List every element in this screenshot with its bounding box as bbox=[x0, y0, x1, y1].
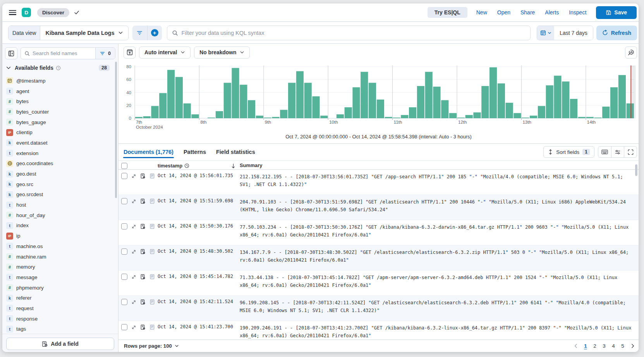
histogram-chart[interactable]: 0204060807thOctober 20248th9th10th11th12… bbox=[118, 62, 638, 134]
summary-column-header[interactable]: Summary bbox=[240, 162, 262, 168]
field-item-clientip[interactable]: IPclientip bbox=[2, 127, 118, 138]
row-checkbox[interactable] bbox=[121, 198, 127, 204]
timestamp-column-header[interactable]: timestamp bbox=[158, 163, 189, 169]
field-item-hour_of_day[interactable]: #hour_of_day bbox=[2, 210, 118, 221]
view-doc-icon[interactable] bbox=[149, 274, 155, 280]
kql-search-bar[interactable]: Filter your data using KQL syntax bbox=[167, 26, 531, 40]
row-checkbox[interactable] bbox=[121, 223, 127, 229]
view-doc-icon[interactable] bbox=[149, 299, 155, 305]
field-item-bytes_gauge[interactable]: #bytes_gauge bbox=[2, 117, 118, 128]
tab-patterns[interactable]: Patterns bbox=[180, 145, 210, 159]
calendar-button[interactable] bbox=[537, 26, 554, 40]
degraded-doc-icon[interactable] bbox=[140, 198, 146, 204]
saved-query-filter-icon[interactable] bbox=[132, 26, 147, 40]
field-item-geo.src[interactable]: kgeo.src bbox=[2, 179, 118, 190]
add-field-button[interactable]: Add a field bbox=[6, 338, 114, 350]
sidebar-scrollbar[interactable] bbox=[115, 62, 117, 198]
add-filter-button[interactable]: + bbox=[147, 26, 162, 40]
page-5-button[interactable]: 5 bbox=[618, 341, 627, 351]
field-item-geo.srcdest[interactable]: kgeo.srcdest bbox=[2, 190, 118, 200]
save-button[interactable]: Save bbox=[596, 6, 637, 19]
view-doc-icon[interactable] bbox=[149, 173, 155, 179]
chevron-down-icon[interactable] bbox=[6, 65, 11, 71]
page-2-button[interactable]: 2 bbox=[591, 341, 599, 351]
field-item-referer[interactable]: kreferer bbox=[2, 293, 118, 303]
page-3-button[interactable]: 3 bbox=[600, 341, 608, 351]
next-page-button[interactable] bbox=[628, 341, 637, 351]
field-item-host[interactable]: thost bbox=[2, 200, 118, 210]
page-1-button[interactable]: 1 bbox=[581, 341, 590, 351]
field-search[interactable]: Search field names 0 bbox=[21, 47, 115, 59]
degraded-doc-icon[interactable] bbox=[140, 324, 146, 330]
expand-row-icon[interactable] bbox=[131, 324, 137, 330]
nav-link-alerts[interactable]: Alerts bbox=[545, 9, 559, 16]
field-filter-button[interactable]: 0 bbox=[95, 48, 115, 59]
view-doc-icon[interactable] bbox=[149, 198, 155, 204]
sort-fields-button[interactable]: Sort fields 1 bbox=[543, 146, 594, 158]
tab-documents[interactable]: Documents (1,776) bbox=[120, 145, 177, 159]
field-item-index[interactable]: tindex bbox=[2, 221, 118, 231]
degraded-doc-icon[interactable] bbox=[140, 299, 146, 305]
field-item-agent[interactable]: tagent bbox=[2, 86, 118, 97]
field-item-memory[interactable]: #memory bbox=[2, 262, 118, 272]
degraded-doc-icon[interactable] bbox=[140, 173, 146, 179]
field-item-response[interactable]: tresponse bbox=[2, 314, 118, 324]
collapse-sidebar-button[interactable] bbox=[5, 47, 17, 59]
nav-link-new[interactable]: New bbox=[476, 9, 487, 16]
refresh-button[interactable]: Refresh bbox=[596, 26, 637, 40]
tab-field-statistics[interactable]: Field statistics bbox=[213, 145, 259, 159]
breakdown-select[interactable]: No breakdown bbox=[194, 47, 250, 59]
field-item-message[interactable]: tmessage bbox=[2, 272, 118, 283]
page-4-button[interactable]: 4 bbox=[609, 341, 618, 351]
field-item-request[interactable]: trequest bbox=[2, 303, 118, 314]
row-checkbox[interactable] bbox=[121, 248, 127, 255]
menu-icon[interactable] bbox=[9, 10, 16, 15]
display-options-button[interactable] bbox=[611, 147, 624, 157]
row-checkbox[interactable] bbox=[121, 274, 127, 280]
field-item-geo.dest[interactable]: kgeo.dest bbox=[2, 169, 118, 179]
degraded-doc-icon[interactable] bbox=[140, 274, 146, 280]
prev-page-button[interactable] bbox=[571, 341, 580, 351]
degraded-doc-icon[interactable] bbox=[140, 248, 146, 255]
field-item-tags[interactable]: ttags bbox=[2, 324, 118, 334]
grid-scrollbar[interactable] bbox=[635, 164, 637, 176]
expand-row-icon[interactable] bbox=[131, 223, 137, 229]
expand-row-icon[interactable] bbox=[131, 248, 137, 255]
field-item-machine.os[interactable]: tmachine.os bbox=[2, 241, 118, 252]
field-item-ip[interactable]: IPip bbox=[2, 231, 118, 241]
breadcrumb-discover[interactable]: Discover bbox=[37, 8, 69, 17]
field-item-geo.coordinates[interactable]: geo.coordinates bbox=[2, 159, 118, 169]
time-range-value[interactable]: Last 7 days bbox=[554, 26, 593, 40]
view-doc-icon[interactable] bbox=[149, 223, 155, 229]
row-checkbox[interactable] bbox=[121, 299, 127, 305]
chart-options-button[interactable] bbox=[124, 47, 136, 59]
field-item-event.dataset[interactable]: kevent.dataset bbox=[2, 138, 118, 148]
field-item-phpmemory[interactable]: #phpmemory bbox=[2, 283, 118, 293]
row-checkbox[interactable] bbox=[121, 173, 127, 179]
field-item-bytes[interactable]: #bytes bbox=[2, 96, 118, 107]
select-all-checkbox[interactable] bbox=[121, 163, 127, 169]
data-view-select[interactable]: Kibana Sample Data Logs bbox=[40, 26, 128, 40]
expand-row-icon[interactable] bbox=[131, 173, 137, 179]
field-item-@timestamp[interactable]: @timestamp bbox=[2, 76, 118, 86]
view-doc-icon[interactable] bbox=[149, 324, 155, 330]
degraded-doc-icon[interactable] bbox=[140, 223, 146, 229]
field-item-machine.ram[interactable]: #machine.ram bbox=[2, 252, 118, 262]
try-esql-button[interactable]: Try ES|QL bbox=[428, 7, 467, 18]
sort-desc-icon[interactable] bbox=[231, 163, 236, 169]
row-checkbox[interactable] bbox=[121, 324, 127, 330]
view-doc-icon[interactable] bbox=[149, 248, 155, 255]
nav-link-open[interactable]: Open bbox=[497, 9, 510, 16]
explore-in-lens-button[interactable] bbox=[625, 47, 637, 59]
field-item-bytes_counter[interactable]: #bytes_counter bbox=[2, 107, 118, 117]
nav-link-inspect[interactable]: Inspect bbox=[569, 9, 586, 16]
interval-select[interactable]: Auto interval bbox=[139, 47, 191, 59]
expand-row-icon[interactable] bbox=[131, 198, 137, 204]
expand-row-icon[interactable] bbox=[131, 299, 137, 305]
nav-link-share[interactable]: Share bbox=[520, 9, 535, 16]
fullscreen-button[interactable] bbox=[624, 147, 637, 157]
field-item-extension[interactable]: textension bbox=[2, 148, 118, 159]
expand-row-icon[interactable] bbox=[131, 274, 137, 280]
rows-per-page-select[interactable]: Rows per page: 100 bbox=[124, 343, 179, 349]
keyboard-shortcuts-button[interactable] bbox=[598, 147, 611, 157]
